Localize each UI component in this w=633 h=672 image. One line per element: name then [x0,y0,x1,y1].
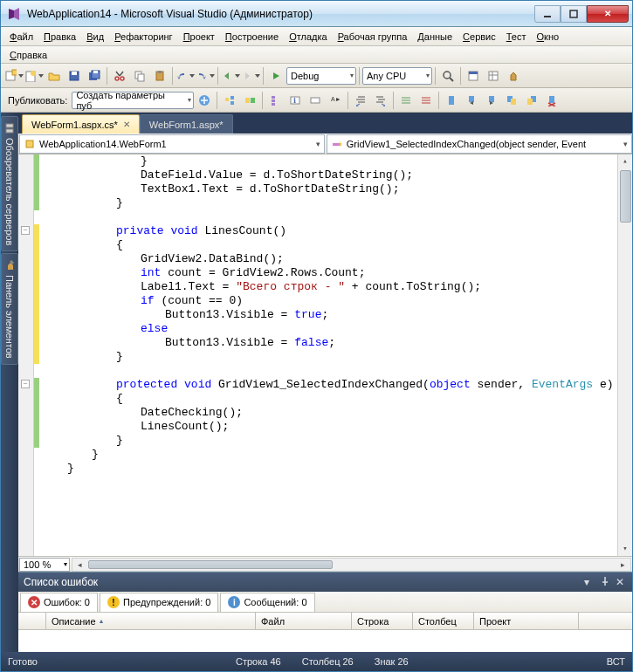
errors-filter-tab[interactable]: ✕Ошибок: 0 [20,593,98,612]
warnings-filter-tab[interactable]: !Предупреждений: 0 [100,593,218,612]
toolbox-button[interactable] [504,66,523,86]
find-button[interactable] [438,66,458,86]
status-insert-mode: ВСТ [607,656,625,667]
nav-back-button[interactable] [221,66,240,86]
messages-filter-tab[interactable]: iСообщений: 0 [220,593,314,612]
properties-button[interactable] [484,66,503,86]
nav-forward-button[interactable] [241,66,260,86]
svg-rect-29 [251,98,255,103]
svg-text:A►: A► [331,96,341,102]
vertical-scrollbar[interactable]: ▴ ▾ [617,154,632,556]
close-tab-icon[interactable]: ✕ [123,120,130,129]
open-button[interactable] [45,66,64,86]
server-explorer-tab[interactable]: Обозреватель серверов [1,116,18,251]
code-area[interactable]: }DateField.Value = d.ToShortDateString()… [39,154,617,556]
decrease-indent-button[interactable] [351,91,370,110]
publish-target-combo[interactable]: Создать параметры пуб▾ [72,92,194,109]
menu-item[interactable]: Тест [501,30,532,44]
member-list-button[interactable] [265,91,285,110]
toolbox-tab[interactable]: Панель элементов [1,253,18,365]
menu-item[interactable]: Рабочая группа [333,30,413,44]
add-item-button[interactable] [24,66,44,86]
menu-item[interactable]: Рефакторинг [109,30,177,44]
undo-button[interactable] [175,66,195,86]
vertical-scrollbar-thumb[interactable] [620,170,631,223]
document-tab[interactable]: WebForm1.aspx* [140,114,233,134]
left-sidebar: Обозреватель серверов Панель элементов [1,113,18,652]
svg-rect-32 [272,103,275,106]
next-bookmark-button[interactable] [482,91,501,110]
svg-rect-14 [138,74,144,81]
comment-button[interactable] [396,91,416,110]
code-editor[interactable]: −− }DateField.Value = d.ToShortDateStrin… [18,154,632,556]
solution-explorer-button[interactable] [464,66,483,86]
start-debug-button[interactable] [266,66,286,86]
app-icon [6,6,22,22]
pin-icon[interactable] [600,576,612,588]
error-column-header[interactable]: Описание▴ [46,613,256,629]
window-title: WebApplication14 - Microsoft Visual Stud… [27,8,534,20]
next-bookmark-folder-button[interactable] [522,91,541,110]
increase-indent-button[interactable] [371,91,390,110]
error-filter-tabs: ✕Ошибок: 0 !Предупреждений: 0 iСообщений… [18,592,632,613]
paste-button[interactable] [150,66,169,86]
type-nav-combo[interactable]: WebApplication14.WebForm1▾ [19,134,325,154]
close-panel-icon[interactable]: ✕ [616,576,628,588]
error-column-header[interactable] [18,613,46,629]
cut-button[interactable] [110,66,129,86]
prev-bookmark-button[interactable] [462,91,481,110]
menu-item[interactable]: Проект [178,30,220,44]
save-button[interactable] [65,66,84,86]
complete-word-button[interactable]: A► [326,91,345,110]
svg-line-18 [450,78,453,81]
menu-item[interactable]: Сервис [458,30,501,44]
svg-rect-16 [158,71,162,73]
close-button[interactable]: ✕ [587,5,629,23]
new-project-button[interactable] [4,66,24,86]
error-list-title: Список ошибок [24,576,98,588]
error-column-header[interactable]: Строка [352,613,413,629]
prev-bookmark-folder-button[interactable] [502,91,521,110]
horizontal-scrollbar-thumb[interactable] [88,560,333,569]
document-tab[interactable]: WebForm1.aspx.cs*✕ [22,114,140,134]
class-view-button[interactable] [220,91,239,110]
param-info-button[interactable] [306,91,325,110]
zoom-combo[interactable]: 100 %▾ [19,558,70,572]
menu-item[interactable]: Данные [412,30,458,44]
menu-item[interactable]: Вид [81,30,109,44]
copy-button[interactable] [130,66,149,86]
error-list-grid[interactable]: Описание▴ФайлСтрокаСтолбецПроект [18,613,632,652]
platform-combo[interactable]: Any CPU▾ [362,67,432,85]
window-position-icon[interactable]: ▾ [584,576,596,588]
status-line: Строка 46 [236,656,281,667]
menu-item[interactable]: Окно [532,30,565,44]
svg-rect-56 [549,96,554,103]
editor-outline-gutter[interactable]: −− [18,154,34,556]
member-nav-combo[interactable]: GridView1_SelectedIndexChanged(object se… [327,134,632,154]
error-column-header[interactable]: Столбец [413,613,474,629]
config-combo[interactable]: Debug▾ [286,67,356,85]
uncomment-button[interactable] [416,91,436,110]
object-browser-button[interactable] [240,91,259,110]
svg-rect-28 [245,98,250,103]
minimize-button[interactable] [534,5,561,23]
redo-button[interactable] [196,66,215,86]
svg-rect-26 [230,96,234,99]
maximize-button[interactable] [561,5,587,23]
error-column-header[interactable]: Проект [474,613,579,629]
save-all-button[interactable] [85,66,104,86]
bookmark-button[interactable] [442,91,461,110]
menu-item[interactable]: Отладка [284,30,333,44]
menu-item[interactable]: Файл [4,30,38,44]
error-list-titlebar[interactable]: Список ошибок ▾ ✕ [18,573,632,592]
menu-item[interactable]: Правка [38,30,81,44]
horizontal-scrollbar[interactable]: ◂ ▸ [72,558,631,572]
svg-rect-55 [527,99,533,105]
publish-button[interactable] [195,91,214,110]
quick-info-button[interactable]: ℹ [286,91,305,110]
menu-item[interactable]: Построение [220,30,284,44]
clear-bookmarks-button[interactable] [542,91,561,110]
error-list-panel: Список ошибок ▾ ✕ ✕Ошибок: 0 !Предупрежд… [18,572,632,652]
error-column-header[interactable]: Файл [256,613,352,629]
menu-item[interactable]: Справка [4,48,52,62]
